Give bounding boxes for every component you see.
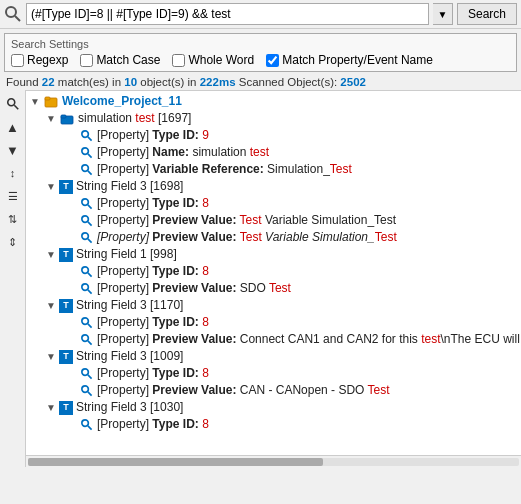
search-button[interactable]: Search bbox=[457, 3, 517, 25]
match-case-label: Match Case bbox=[96, 53, 160, 67]
matches-count: 22 bbox=[42, 76, 55, 88]
search-bar: ▼ Search bbox=[0, 0, 521, 29]
tree-node-sf3-1009[interactable]: ▼ T String Field 3 [1009] bbox=[26, 348, 521, 365]
tree-node-sf1-998-preview[interactable]: [Property] Preview Value: SDO Test bbox=[26, 280, 521, 297]
svg-line-25 bbox=[87, 324, 91, 328]
svg-line-17 bbox=[87, 222, 91, 226]
sf1-998-preview-icon bbox=[78, 282, 94, 296]
sidebar-updown-icon[interactable]: ↕ bbox=[3, 163, 23, 183]
sidebar-sort-down-icon[interactable]: ⇕ bbox=[3, 232, 23, 252]
sf3-1030-arrow[interactable]: ▼ bbox=[46, 399, 56, 416]
sf3-1170-preview-label: [Property] Preview Value: Connect CAN1 a… bbox=[97, 331, 520, 348]
left-sidebar: ▲ ▼ ↕ ☰ ⇅ ⇕ bbox=[0, 90, 26, 467]
svg-line-11 bbox=[87, 154, 91, 158]
svg-point-12 bbox=[81, 165, 88, 172]
main-layout: ▲ ▼ ↕ ☰ ⇅ ⇕ ▼ bbox=[0, 90, 521, 467]
sf3-1030-icon: T bbox=[59, 401, 73, 415]
results-bar: Found 22 match(es) in 10 object(s) in 22… bbox=[0, 74, 521, 90]
sf3-1030-label: String Field 3 [1030] bbox=[76, 399, 183, 416]
scrollbar-thumb[interactable] bbox=[28, 458, 323, 466]
time-value: 222ms bbox=[200, 76, 236, 88]
sf3-1009-typeid-icon bbox=[78, 367, 94, 381]
svg-point-28 bbox=[81, 369, 88, 376]
scanned-count: 2502 bbox=[340, 76, 366, 88]
regexp-checkbox[interactable] bbox=[11, 54, 24, 67]
tree-node-sf3-1170[interactable]: ▼ T String Field 3 [1170] bbox=[26, 297, 521, 314]
sf3-1009-typeid-label: [Property] Type ID: 8 bbox=[97, 365, 209, 382]
match-case-checkbox[interactable] bbox=[80, 54, 93, 67]
sim-typeid-label: [Property] Type ID: 9 bbox=[97, 127, 209, 144]
tree-container[interactable]: ▼ Welcome_Project_11 ▼ bbox=[26, 90, 521, 455]
whole-word-checkbox-label[interactable]: Whole Word bbox=[172, 53, 254, 67]
svg-point-26 bbox=[81, 335, 88, 342]
sf3-1170-arrow[interactable]: ▼ bbox=[46, 297, 56, 314]
search-settings-panel: Search Settings Regexp Match Case Whole … bbox=[4, 33, 517, 72]
sf3-1698-typeid-label: [Property] Type ID: 8 bbox=[97, 195, 209, 212]
search-icon bbox=[4, 5, 22, 23]
sf3-1698-label: String Field 3 [1698] bbox=[76, 178, 183, 195]
tree-root[interactable]: ▼ Welcome_Project_11 bbox=[26, 93, 521, 110]
sf1-998-label: String Field 1 [998] bbox=[76, 246, 177, 263]
sf3-1698-arrow[interactable]: ▼ bbox=[46, 178, 56, 195]
root-arrow[interactable]: ▼ bbox=[30, 93, 40, 110]
svg-point-10 bbox=[81, 148, 88, 155]
matches-label: match(es) in bbox=[55, 76, 125, 88]
sf3-1009-label: String Field 3 [1009] bbox=[76, 348, 183, 365]
tree-node-sf3-1009-preview[interactable]: [Property] Preview Value: CAN - CANopen … bbox=[26, 382, 521, 399]
sidebar-list-icon[interactable]: ☰ bbox=[3, 186, 23, 206]
objects-label: object(s) in bbox=[137, 76, 200, 88]
tree-node-sf3-1170-typeid[interactable]: [Property] Type ID: 8 bbox=[26, 314, 521, 331]
tree-node-sf3-1698-preview2[interactable]: [Property] Preview Value: Test Variable … bbox=[26, 229, 521, 246]
tree-node-sim-name[interactable]: [Property] Name: simulation test bbox=[26, 144, 521, 161]
sf1-998-preview-label: [Property] Preview Value: SDO Test bbox=[97, 280, 291, 297]
tree-node-sf1-998[interactable]: ▼ T String Field 1 [998] bbox=[26, 246, 521, 263]
search-input[interactable] bbox=[26, 3, 429, 25]
sim-label: simulation test [1697] bbox=[78, 110, 191, 127]
whole-word-checkbox[interactable] bbox=[172, 54, 185, 67]
svg-line-3 bbox=[14, 105, 18, 109]
svg-line-23 bbox=[87, 290, 91, 294]
sidebar-down-icon[interactable]: ▼ bbox=[3, 140, 23, 160]
sidebar-search-icon[interactable] bbox=[3, 94, 23, 114]
tree-node-sf3-1698-preview1[interactable]: [Property] Preview Value: Test Variable … bbox=[26, 212, 521, 229]
horizontal-scrollbar[interactable] bbox=[26, 455, 521, 467]
sf1-998-typeid-label: [Property] Type ID: 8 bbox=[97, 263, 209, 280]
sidebar-sort-up-icon[interactable]: ⇅ bbox=[3, 209, 23, 229]
svg-line-21 bbox=[87, 273, 91, 277]
root-label: Welcome_Project_11 bbox=[62, 93, 182, 110]
tree-node-sf3-1698-typeid[interactable]: [Property] Type ID: 8 bbox=[26, 195, 521, 212]
sim-arrow[interactable]: ▼ bbox=[46, 110, 56, 127]
sf1-998-arrow[interactable]: ▼ bbox=[46, 246, 56, 263]
sf3-1698-typeid-icon bbox=[78, 197, 94, 211]
sf3-1698-preview2-label: [Property] Preview Value: Test Variable … bbox=[97, 229, 397, 246]
svg-line-1 bbox=[15, 16, 20, 21]
tree-node-sf3-1030[interactable]: ▼ T String Field 3 [1030] bbox=[26, 399, 521, 416]
sf3-1030-typeid-label: [Property] Type ID: 8 bbox=[97, 416, 209, 433]
match-property-checkbox-label[interactable]: Match Property/Event Name bbox=[266, 53, 433, 67]
tree-node-sf3-1698[interactable]: ▼ T String Field 3 [1698] bbox=[26, 178, 521, 195]
tree-content: ▼ Welcome_Project_11 ▼ bbox=[26, 90, 521, 467]
svg-point-2 bbox=[7, 99, 14, 106]
sidebar-up-icon[interactable]: ▲ bbox=[3, 117, 23, 137]
match-property-checkbox[interactable] bbox=[266, 54, 279, 67]
svg-rect-5 bbox=[45, 97, 50, 100]
tree-node-sf3-1170-preview[interactable]: [Property] Preview Value: Connect CAN1 a… bbox=[26, 331, 521, 348]
tree-node-sf1-998-typeid[interactable]: [Property] Type ID: 8 bbox=[26, 263, 521, 280]
dropdown-button[interactable]: ▼ bbox=[433, 3, 453, 25]
tree-node-sf3-1009-typeid[interactable]: [Property] Type ID: 8 bbox=[26, 365, 521, 382]
sf3-1698-preview1-label: [Property] Preview Value: Test Variable … bbox=[97, 212, 396, 229]
sim-name-label: [Property] Name: simulation test bbox=[97, 144, 269, 161]
sim-varref-search-icon bbox=[78, 163, 94, 177]
sf3-1009-arrow[interactable]: ▼ bbox=[46, 348, 56, 365]
sf3-1698-preview1-icon bbox=[78, 214, 94, 228]
sf3-1698-icon: T bbox=[59, 180, 73, 194]
svg-point-22 bbox=[81, 284, 88, 291]
tree-node-sim-typeid[interactable]: [Property] Type ID: 9 bbox=[26, 127, 521, 144]
regexp-checkbox-label[interactable]: Regexp bbox=[11, 53, 68, 67]
svg-point-24 bbox=[81, 318, 88, 325]
svg-line-19 bbox=[87, 239, 91, 243]
tree-node-sf3-1030-typeid[interactable]: [Property] Type ID: 8 bbox=[26, 416, 521, 433]
tree-node-sim-varref[interactable]: [Property] Variable Reference: Simulatio… bbox=[26, 161, 521, 178]
match-case-checkbox-label[interactable]: Match Case bbox=[80, 53, 160, 67]
tree-node-sim[interactable]: ▼ simulation test [1697] bbox=[26, 110, 521, 127]
